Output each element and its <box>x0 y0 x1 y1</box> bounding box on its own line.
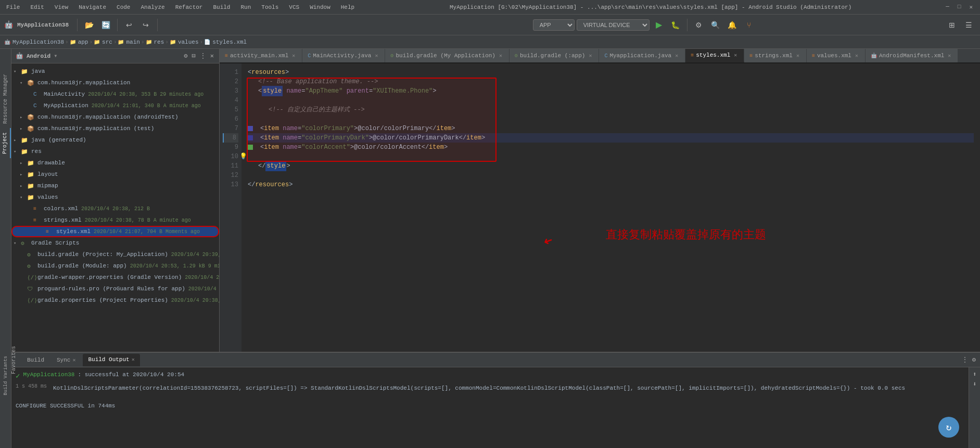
tree-item-layout[interactable]: ▸ 📁 layout <box>11 169 219 180</box>
tab-close-activity-main-xml[interactable]: ✕ <box>290 53 297 59</box>
tree-item-build-gradle-app[interactable]: ▸ ⚙ build.gradle (Module: app) 2020/10/4… <box>11 260 219 272</box>
tree-item-gradle-props[interactable]: ▸ ⟨/⟩ gradle.properties (Project Propert… <box>11 295 219 306</box>
tree-item-proguard[interactable]: ▸ 🛡 proguard-rules.pro (ProGuard Rules f… <box>11 283 219 295</box>
menu-window[interactable]: Window <box>308 3 333 11</box>
right-scroll-top-icon[interactable]: ⬆ <box>972 369 977 379</box>
tree-item-java[interactable]: ▾ 📁 java <box>11 66 219 77</box>
tree-item-colors-xml[interactable]: ▸ ≡ colors.xml 2020/10/4 20:38, 212 B <box>11 203 219 214</box>
preferences-button[interactable]: ☰ <box>961 18 976 32</box>
tab-build-gradle-app[interactable]: ⚙ build.gradle (:app) ✕ <box>510 49 599 62</box>
notification-button[interactable]: 🔔 <box>725 18 740 32</box>
close-btn[interactable]: ✕ <box>966 3 976 11</box>
tab-styles-xml[interactable]: ≡ styles.xml ✕ <box>685 49 744 62</box>
tree-item-mipmap[interactable]: ▸ 📁 mipmap <box>11 180 219 191</box>
bottom-settings-icon[interactable]: ⚙ <box>972 356 976 364</box>
tab-strings-xml[interactable]: ≡ strings.xml ✕ <box>744 49 807 62</box>
tree-arrow-pkg-androidtest: ▸ <box>20 114 26 120</box>
lightbulb-icon[interactable]: 💡 <box>241 152 247 161</box>
tree-item-values[interactable]: ▾ 📁 values <box>11 191 219 203</box>
breadcrumb-app[interactable]: 📁 app <box>70 39 88 45</box>
bottom-tab-sync-close[interactable]: ✕ <box>72 357 75 363</box>
collapse-all-icon[interactable]: ⊟ <box>191 51 197 61</box>
settings-button[interactable]: ⚙ <box>692 18 706 32</box>
redo-button[interactable]: ↪ <box>138 18 153 32</box>
menu-tools[interactable]: Tools <box>259 3 281 11</box>
menu-bar[interactable]: File Edit View Navigate Code Analyze Ref… <box>4 3 357 11</box>
tab-close-styles-xml[interactable]: ✕ <box>732 52 739 58</box>
bottom-tab-sync[interactable]: Sync ✕ <box>52 354 81 366</box>
app-selector[interactable]: APP <box>533 19 575 31</box>
tab-mainactivity-java[interactable]: C MainActivity.java ✕ <box>302 49 385 62</box>
tree-item-drawable[interactable]: ▸ 📁 drawable <box>11 157 219 169</box>
resource-manager-tab[interactable]: Resource Manager <box>1 70 10 128</box>
menu-navigate[interactable]: Navigate <box>77 3 108 11</box>
more-options-icon[interactable]: ⋮ <box>199 51 207 61</box>
breadcrumb-file[interactable]: 📄 styles.xml <box>204 39 247 45</box>
breadcrumb-app-label: app <box>78 39 88 45</box>
undo-button[interactable]: ↩ <box>122 18 136 32</box>
git-button[interactable]: ⑂ <box>742 18 756 32</box>
close-panel-icon[interactable]: ✕ <box>209 51 215 61</box>
tree-item-styles-xml[interactable]: ▸ ≡ styles.xml 2020/10/4 21:07, 704 B Mo… <box>11 226 219 237</box>
tree-item-build-gradle-project[interactable]: ▸ ⚙ build.gradle (Project: My_Applicatio… <box>11 249 219 260</box>
build-output-main[interactable]: ✓ MyApplication38 : successful at 2020/1… <box>11 367 969 448</box>
menu-run[interactable]: Run <box>238 3 253 11</box>
tab-build-gradle-my-app[interactable]: ⚙ build.gradle (My Application) ✕ <box>385 49 509 62</box>
tab-close-values-xml[interactable]: ✕ <box>854 53 860 59</box>
breadcrumb-src[interactable]: 📁 src <box>94 39 112 45</box>
tree-item-java-generated[interactable]: ▸ 📁 java (generated) <box>11 134 219 146</box>
breadcrumb-root[interactable]: 🤖 MyApplication38 <box>4 39 64 45</box>
tab-myapplication-java[interactable]: C Myapplication.java ✕ <box>599 49 685 62</box>
sync-button[interactable]: 🔄 <box>98 18 113 32</box>
bottom-options-icon[interactable]: ⋮ <box>962 356 968 364</box>
menu-file[interactable]: File <box>4 3 22 11</box>
menu-vcs[interactable]: VCS <box>287 3 301 11</box>
tab-close-build-gradle-app[interactable]: ✕ <box>587 53 593 59</box>
menu-analyze[interactable]: Analyze <box>138 3 167 11</box>
tree-item-mainactivity[interactable]: ▸ C MainActivity 2020/10/4 20:38, 353 B … <box>11 88 219 100</box>
menu-refactor[interactable]: Refactor <box>173 3 205 11</box>
open-button[interactable]: 📂 <box>82 18 96 32</box>
menu-code[interactable]: Code <box>114 3 132 11</box>
run-button[interactable]: ▶ <box>652 18 666 32</box>
breadcrumb-main[interactable]: 📁 main <box>118 39 139 45</box>
minimize-btn[interactable]: ─ <box>943 3 952 11</box>
search-button[interactable]: 🔍 <box>708 18 723 32</box>
tree-item-res[interactable]: ▾ 📁 res <box>11 146 219 157</box>
tree-item-gradle-scripts[interactable]: ▾ ⚙ Gradle Scripts <box>11 237 219 249</box>
bottom-right-circle-button[interactable]: ↻ <box>938 417 959 438</box>
tab-values-xml[interactable]: ≡ values.xml ✕ <box>807 49 866 62</box>
menu-view[interactable]: View <box>53 3 70 11</box>
tab-close-build-gradle-my-app[interactable]: ✕ <box>498 53 504 59</box>
settings-gear-icon[interactable]: ⚙ <box>183 51 188 61</box>
breadcrumb-values[interactable]: 📁 values <box>170 39 199 45</box>
right-scroll-bot-icon[interactable]: ⬇ <box>972 379 977 389</box>
tree-item-gradle-wrapper[interactable]: ▸ ⟨/⟩ gradle-wrapper.properties (Gradle … <box>11 272 219 283</box>
tree-item-myapplication[interactable]: ▸ C MyApplication 2020/10/4 21:01, 340 B… <box>11 100 219 111</box>
build-variants-vertical-tab[interactable]: Build Variants <box>2 354 9 398</box>
bottom-tab-build[interactable]: Build <box>22 354 49 366</box>
maximize-btn[interactable]: □ <box>954 3 964 11</box>
project-tab[interactable]: Project <box>0 128 11 158</box>
tree-item-pkg-test[interactable]: ▸ 📦 com.hnucm18jr.myapplication (test) <box>11 123 219 134</box>
tab-close-android-manifest[interactable]: ✕ <box>946 53 952 59</box>
tab-android-manifest[interactable]: 🤖 AndroidManifest.xml ✕ <box>866 49 958 62</box>
tab-activity-main-xml[interactable]: ≡ activity_main.xml ✕ <box>220 49 302 62</box>
bottom-panel: 2: Favorites Build Sync ✕ Build Output ✕… <box>0 352 980 448</box>
bottom-tab-build-output[interactable]: Build Output ✕ <box>83 354 139 366</box>
tree-item-pkg-androidtest[interactable]: ▸ 📦 com.hnucm18jr.myapplication (android… <box>11 111 219 123</box>
tab-close-mainactivity-java[interactable]: ✕ <box>373 53 379 59</box>
android-dropdown-arrow[interactable]: ▾ <box>54 52 57 60</box>
tab-close-strings-xml[interactable]: ✕ <box>795 53 801 59</box>
menu-edit[interactable]: Edit <box>28 3 46 11</box>
tab-close-myapplication-java[interactable]: ✕ <box>673 53 680 59</box>
debug-button[interactable]: 🐛 <box>668 18 683 32</box>
tree-item-strings-xml[interactable]: ▸ ≡ strings.xml 2020/10/4 20:38, 78 B A … <box>11 214 219 226</box>
breadcrumb-res[interactable]: 📁 res <box>146 39 164 45</box>
bottom-tab-build-output-close[interactable]: ✕ <box>132 356 135 363</box>
menu-help[interactable]: Help <box>339 3 357 11</box>
tree-item-package-main[interactable]: ▾ 📦 com.hnucm18jr.myapplication <box>11 77 219 88</box>
layout-button[interactable]: ⊞ <box>945 18 959 32</box>
device-selector[interactable]: VIRTUAL DEVICE <box>577 19 650 31</box>
menu-build[interactable]: Build <box>211 3 232 11</box>
